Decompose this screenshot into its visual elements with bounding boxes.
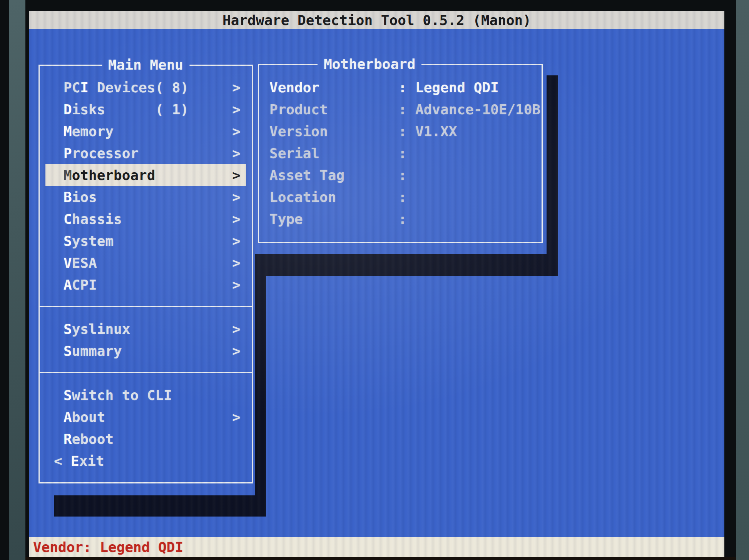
hotkey-letter: R: [64, 431, 72, 447]
info-label: Product: [269, 98, 398, 120]
main-menu-title: Main Menu: [102, 56, 189, 74]
menu-item-pci-devices[interactable]: PCI Devices( 8)>: [45, 77, 246, 98]
info-colon: :: [398, 98, 407, 120]
info-label: Version: [269, 120, 398, 142]
menu-item-summary[interactable]: Summary>: [45, 340, 246, 362]
hotkey-letter: B: [64, 189, 72, 205]
menu-item-acpi[interactable]: ACPI>: [45, 274, 246, 296]
menu-item-vesa[interactable]: VESA>: [45, 252, 246, 274]
info-row-asset-tag: Asset Tag:: [269, 164, 542, 186]
info-label: Vendor: [269, 77, 398, 98]
menu-item-about[interactable]: About>: [45, 406, 246, 428]
info-value: Legend QDI: [415, 77, 499, 98]
submenu-arrow-icon: >: [231, 274, 241, 296]
info-value: V1.XX: [415, 120, 457, 142]
hotkey-letter: S: [64, 233, 72, 249]
submenu-arrow-icon: >: [231, 77, 241, 98]
main-menu-list: PCI Devices( 8)>Disks ( 1)>Memory>Proces…: [40, 66, 252, 472]
hotkey-letter: S: [64, 343, 72, 359]
menu-item-label: VESA: [64, 252, 231, 274]
menu-item-syslinux[interactable]: Syslinux>: [45, 318, 246, 340]
submenu-arrow-icon: >: [231, 142, 241, 164]
menu-item-label: Reboot: [64, 428, 241, 450]
menu-item-processor[interactable]: Processor>: [45, 142, 246, 164]
info-colon: :: [398, 142, 407, 164]
menu-separator: [40, 372, 252, 373]
submenu-arrow-icon: >: [231, 164, 241, 186]
menu-shadow-bottom: [54, 495, 266, 517]
hotkey-letter: A: [64, 409, 72, 425]
submenu-arrow-icon: >: [231, 208, 241, 230]
panel-shadow-right: [547, 75, 558, 276]
menu-item-label: Exit: [71, 450, 241, 472]
info-row-location: Location:: [269, 186, 542, 208]
menu-item-reboot[interactable]: Reboot: [45, 428, 246, 450]
info-label: Type: [269, 208, 398, 230]
hotkey-letter: V: [64, 255, 72, 271]
menu-item-chassis[interactable]: Chassis>: [45, 208, 246, 230]
hotkey-letter: A: [64, 277, 72, 293]
hotkey-letter: S: [64, 387, 72, 403]
info-colon: :: [398, 164, 407, 186]
submenu-arrow-icon: >: [231, 406, 241, 428]
menu-separator: [40, 306, 252, 307]
submenu-arrow-icon: >: [231, 340, 241, 362]
back-arrow-icon: <: [54, 450, 71, 472]
menu-item-label: Syslinux: [64, 318, 231, 340]
menu-item-memory[interactable]: Memory>: [45, 120, 246, 142]
info-colon: :: [398, 208, 407, 230]
info-colon: :: [398, 77, 407, 98]
menu-item-label: ACPI: [64, 274, 231, 296]
info-colon: :: [398, 120, 407, 142]
bezel-left: [9, 0, 25, 560]
panel-shadow-bottom: [255, 254, 558, 276]
menu-item-system[interactable]: System>: [45, 230, 246, 252]
app-title-bar: Hardware Detection Tool 0.5.2 (Manon): [29, 11, 724, 29]
motherboard-info-list: Vendor:Legend QDIProduct:Advance-10E/10B…: [259, 65, 542, 230]
main-menu-panel: Main Menu PCI Devices( 8)>Disks ( 1)>Mem…: [38, 65, 253, 483]
hotkey-letter: P: [64, 145, 72, 161]
info-label: Location: [269, 186, 398, 208]
menu-item-label: Switch to CLI: [64, 384, 241, 406]
hotkey-letter: I: [80, 80, 89, 95]
menu-item-label: Memory: [64, 120, 231, 142]
bezel-right: [736, 0, 749, 560]
menu-item-label: Bios: [64, 186, 231, 208]
menu-item-label: PCI Devices( 8): [64, 77, 231, 98]
info-row-product: Product:Advance-10E/10B: [269, 98, 542, 120]
info-value: Advance-10E/10B: [415, 98, 540, 120]
submenu-arrow-icon: >: [231, 252, 241, 274]
menu-item-label: About: [64, 406, 231, 428]
info-colon: :: [398, 186, 407, 208]
app-title: Hardware Detection Tool 0.5.2 (Manon): [222, 12, 531, 28]
menu-item-exit[interactable]: <Exit: [45, 450, 246, 472]
motherboard-panel: Motherboard Vendor:Legend QDIProduct:Adv…: [258, 64, 543, 243]
hotkey-letter: M: [64, 167, 72, 183]
menu-item-label: Disks ( 1): [64, 98, 231, 120]
hotkey-letter: S: [64, 321, 72, 337]
status-bar: Vendor: Legend QDI: [29, 537, 724, 557]
submenu-arrow-icon: >: [231, 120, 241, 142]
menu-item-switch-to-cli[interactable]: Switch to CLI: [45, 384, 246, 406]
submenu-arrow-icon: >: [231, 186, 241, 208]
bezel-bottom: [25, 557, 736, 560]
hotkey-letter: M: [64, 123, 72, 139]
menu-item-label: Summary: [64, 340, 231, 362]
menu-item-bios[interactable]: Bios>: [45, 186, 246, 208]
motherboard-panel-title: Motherboard: [318, 55, 421, 73]
menu-item-label: Motherboard: [64, 164, 231, 186]
menu-item-motherboard[interactable]: Motherboard>: [45, 164, 246, 186]
info-row-serial: Serial:: [269, 142, 542, 164]
menu-item-label: System: [64, 230, 231, 252]
hotkey-letter: E: [71, 453, 79, 469]
menu-shadow-right: [255, 276, 266, 517]
submenu-arrow-icon: >: [231, 230, 241, 252]
status-text: Vendor: Legend QDI: [33, 539, 183, 555]
menu-item-disks[interactable]: Disks ( 1)>: [45, 98, 246, 120]
monitor-bezel: Hardware Detection Tool 0.5.2 (Manon) Ma…: [0, 0, 749, 560]
screen: Hardware Detection Tool 0.5.2 (Manon) Ma…: [29, 11, 724, 557]
info-label: Asset Tag: [269, 164, 398, 186]
submenu-arrow-icon: >: [231, 98, 241, 120]
hotkey-letter: C: [64, 211, 72, 227]
info-row-version: Version:V1.XX: [269, 120, 542, 142]
